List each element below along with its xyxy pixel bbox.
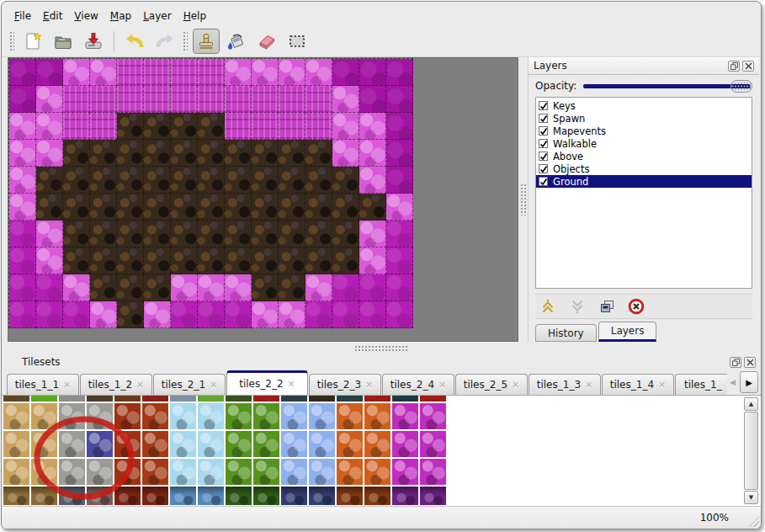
map-tile[interactable] — [117, 301, 144, 328]
tileset-tile[interactable] — [87, 403, 113, 429]
tileset-tile[interactable] — [420, 459, 446, 485]
map-tile[interactable] — [279, 86, 305, 113]
tileset-tile[interactable] — [337, 459, 363, 485]
map-tile[interactable] — [252, 86, 279, 113]
tileset-tile[interactable] — [59, 403, 85, 429]
tileset-tile[interactable] — [59, 431, 85, 457]
tileset-tile[interactable] — [3, 431, 29, 457]
vertical-splitter[interactable] — [518, 57, 528, 342]
tileset-tile[interactable] — [337, 487, 363, 505]
tileset-tile[interactable] — [142, 403, 168, 429]
tileset-tile[interactable] — [281, 459, 307, 485]
map-tile[interactable] — [63, 221, 90, 247]
map-tile[interactable] — [225, 113, 252, 140]
map-tile[interactable] — [225, 59, 252, 86]
tileset-tab-tiles_2_4[interactable]: tiles_2_4✕ — [382, 374, 454, 395]
map-tile[interactable] — [63, 113, 90, 140]
map-tile[interactable] — [63, 167, 90, 194]
map-tile[interactable] — [144, 247, 171, 274]
tileset-tile[interactable] — [337, 403, 363, 429]
map-tile[interactable] — [144, 140, 171, 167]
map-tile[interactable] — [90, 59, 117, 86]
map-tile[interactable] — [305, 140, 332, 167]
map-tile[interactable] — [36, 194, 63, 221]
map-tile[interactable] — [279, 274, 305, 301]
new-button[interactable] — [19, 29, 46, 54]
map-tile[interactable] — [225, 194, 252, 221]
tileset-tile[interactable] — [364, 431, 390, 457]
map-tile[interactable] — [9, 247, 36, 274]
menu-view[interactable]: View — [68, 8, 104, 24]
map-tile[interactable] — [359, 221, 386, 247]
map-tile[interactable] — [279, 301, 305, 328]
tileset-tile[interactable] — [364, 487, 390, 505]
map-tile[interactable] — [117, 194, 144, 221]
map-tile[interactable] — [305, 86, 332, 113]
map-tile[interactable] — [36, 247, 63, 274]
tileset-tile[interactable] — [226, 431, 252, 457]
tileset-tile[interactable] — [226, 403, 252, 429]
tileset-tab-tiles_1_1[interactable]: tiles_1_1✕ — [7, 374, 79, 395]
map-tile[interactable] — [279, 221, 305, 247]
tileset-tile-selected[interactable] — [87, 431, 113, 457]
map-tile[interactable] — [386, 86, 413, 113]
tileset-tile[interactable] — [420, 403, 446, 429]
close-tab-icon[interactable]: ✕ — [658, 380, 666, 391]
map-tile[interactable] — [144, 301, 171, 328]
tileset-tile[interactable] — [170, 459, 196, 485]
horizontal-splitter[interactable] — [2, 342, 761, 354]
tileset-tile[interactable] — [364, 396, 390, 402]
close-tab-icon[interactable]: ✕ — [63, 380, 71, 391]
layer-row-spawn[interactable]: Spawn — [536, 112, 752, 125]
map-tile[interactable] — [9, 86, 36, 113]
map-tile[interactable] — [386, 140, 413, 167]
map-tile[interactable] — [144, 221, 171, 247]
move-layer-down-button[interactable] — [568, 297, 587, 316]
tileset-tile[interactable] — [142, 459, 168, 485]
map-tile[interactable] — [90, 194, 117, 221]
map-tile[interactable] — [90, 113, 117, 140]
map-tile[interactable] — [144, 194, 171, 221]
tileset-tile[interactable] — [281, 431, 307, 457]
layer-visibility-checkbox[interactable] — [539, 114, 548, 123]
fill-button[interactable] — [223, 29, 250, 54]
layer-visibility-checkbox[interactable] — [539, 101, 548, 110]
tileset-tile[interactable] — [253, 487, 279, 505]
tileset-tile[interactable] — [226, 459, 252, 485]
tileset-view[interactable]: ▲ ▼ — [2, 396, 761, 506]
map-tile[interactable] — [305, 274, 332, 301]
map-tile[interactable] — [279, 247, 305, 274]
map-tile[interactable] — [36, 113, 63, 140]
map-tile[interactable] — [171, 140, 198, 167]
map-tile[interactable] — [9, 113, 36, 140]
map-tile[interactable] — [63, 86, 90, 113]
map-tile[interactable] — [332, 221, 359, 247]
tileset-tile[interactable] — [142, 431, 168, 457]
map-tile[interactable] — [36, 301, 63, 328]
map-tile[interactable] — [332, 113, 359, 140]
delete-layer-button[interactable] — [627, 297, 645, 316]
layer-visibility-checkbox[interactable] — [539, 164, 548, 173]
tileset-tile[interactable] — [309, 459, 335, 485]
map-tile[interactable] — [144, 274, 171, 301]
opacity-slider-track[interactable] — [583, 84, 751, 88]
tileset-tile[interactable] — [198, 459, 224, 485]
map-tile[interactable] — [144, 59, 171, 86]
map-tile[interactable] — [117, 59, 144, 86]
map-tile[interactable] — [225, 86, 252, 113]
tileset-tab-tiles_2_5[interactable]: tiles_2_5✕ — [455, 374, 528, 395]
map-tile[interactable] — [332, 167, 359, 194]
map-canvas[interactable] — [8, 57, 518, 342]
tileset-tile[interactable] — [59, 396, 85, 402]
map-tile[interactable] — [359, 113, 386, 140]
tileset-tab-tiles_1_2[interactable]: tiles_1_2✕ — [80, 374, 152, 395]
tileset-tile[interactable] — [3, 487, 29, 505]
layer-row-objects[interactable]: Objects — [536, 162, 752, 175]
map-tile[interactable] — [305, 59, 332, 86]
tileset-tile[interactable] — [309, 403, 335, 429]
map-tile[interactable] — [252, 113, 279, 140]
tileset-tile[interactable] — [170, 396, 196, 402]
tileset-tile[interactable] — [281, 396, 307, 402]
layer-row-mapevents[interactable]: Mapevents — [536, 125, 752, 137]
tileset-tile[interactable] — [226, 396, 252, 402]
